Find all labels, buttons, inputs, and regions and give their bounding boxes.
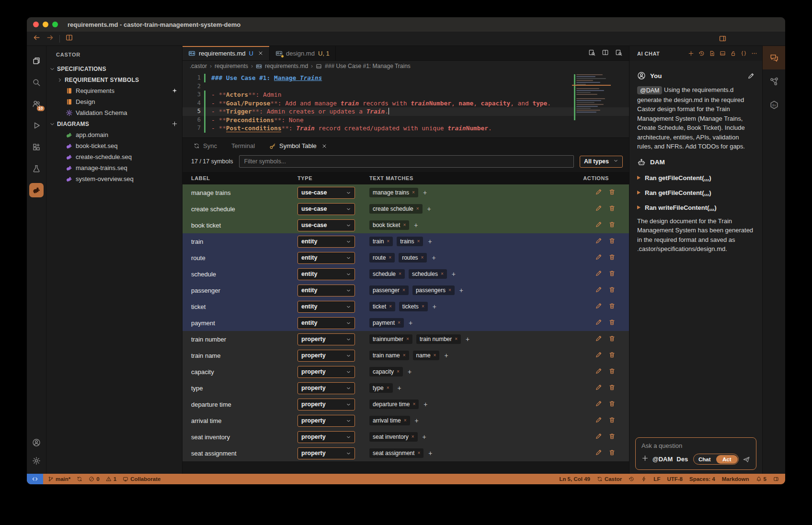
delete-symbol-button[interactable] bbox=[608, 253, 616, 262]
toggle-secondary-panel-button[interactable] bbox=[719, 34, 727, 43]
text-match-chip[interactable]: create schedule× bbox=[369, 204, 423, 214]
trash-icon[interactable] bbox=[608, 416, 616, 423]
breadcrumb-item[interactable]: .castor bbox=[190, 63, 207, 69]
add-match-button[interactable]: + bbox=[414, 221, 418, 229]
history-icon[interactable] bbox=[698, 50, 705, 57]
text-match-chip[interactable]: schedule× bbox=[369, 269, 405, 279]
close-icon[interactable] bbox=[321, 143, 327, 149]
tree-item-create-schedule-seq[interactable]: create-schedule.seq bbox=[46, 151, 182, 162]
text-match-chip[interactable]: passengers× bbox=[412, 285, 455, 295]
text-match-chip[interactable]: arrival time× bbox=[369, 416, 410, 425]
activity-item-explorer[interactable] bbox=[27, 50, 46, 71]
remove-match-icon[interactable]: × bbox=[389, 304, 392, 309]
type-select[interactable]: property bbox=[297, 399, 355, 411]
type-select[interactable]: entity bbox=[297, 301, 355, 313]
add-match-button[interactable]: + bbox=[427, 205, 431, 213]
braces-icon[interactable] bbox=[741, 50, 747, 57]
text-match-chip[interactable]: capacity× bbox=[369, 367, 403, 377]
tool-args[interactable]: ... bbox=[709, 204, 714, 211]
type-select[interactable]: use-case bbox=[297, 187, 355, 199]
edit-symbol-button[interactable] bbox=[595, 384, 602, 393]
pencil-icon[interactable] bbox=[595, 351, 602, 358]
add-match-button[interactable]: + bbox=[433, 303, 436, 310]
remove-match-icon[interactable]: × bbox=[412, 190, 415, 195]
layout2-icon[interactable] bbox=[773, 476, 779, 482]
text-match-chip[interactable]: passenger× bbox=[369, 285, 409, 295]
sync-icon[interactable] bbox=[77, 476, 82, 482]
pencil-icon[interactable] bbox=[747, 72, 755, 80]
remove-match-icon[interactable]: × bbox=[416, 206, 419, 211]
add-match-button[interactable]: + bbox=[466, 335, 469, 343]
right-bar-ai-chat[interactable] bbox=[763, 46, 785, 69]
edit-symbol-button[interactable] bbox=[595, 270, 602, 279]
tree-item-design[interactable]: Design bbox=[46, 96, 182, 107]
text-match-chip[interactable]: seat inventory× bbox=[369, 432, 418, 442]
trash-icon[interactable] bbox=[608, 384, 616, 391]
pencil-icon[interactable] bbox=[595, 270, 602, 277]
status-castor-sync[interactable]: Castor bbox=[597, 476, 622, 482]
status-collaborate[interactable]: Collaborate bbox=[123, 476, 160, 482]
remove-match-icon[interactable]: × bbox=[389, 255, 391, 260]
tree-item-manage-trains-seq[interactable]: manage-trains.seq bbox=[46, 162, 182, 173]
preview-icon[interactable] bbox=[588, 49, 595, 56]
remove-match-icon[interactable]: × bbox=[455, 337, 457, 342]
edit-symbol-button[interactable] bbox=[595, 335, 602, 344]
add-match-button[interactable]: + bbox=[408, 368, 412, 376]
type-select[interactable]: entity bbox=[297, 236, 355, 248]
remove-match-icon[interactable]: × bbox=[417, 239, 420, 244]
pencil-icon[interactable] bbox=[595, 253, 602, 261]
tree-item-book-ticket-seq[interactable]: book-ticket.seq bbox=[46, 140, 182, 151]
delete-symbol-button[interactable] bbox=[608, 351, 616, 360]
hex-icon[interactable]: 0x bbox=[769, 100, 779, 110]
send-icon[interactable] bbox=[743, 456, 750, 463]
trash-icon[interactable] bbox=[608, 449, 616, 456]
text-match-chip[interactable]: book ticket× bbox=[369, 220, 409, 230]
error-icon[interactable] bbox=[89, 476, 94, 482]
open-preview-button[interactable] bbox=[588, 49, 595, 58]
tree-item-requirements[interactable]: Requirements bbox=[46, 85, 182, 96]
trash-icon[interactable] bbox=[608, 335, 616, 342]
plus-icon[interactable] bbox=[641, 455, 649, 462]
pencil-icon[interactable] bbox=[595, 302, 602, 309]
pencil-icon[interactable] bbox=[595, 384, 602, 391]
add-match-button[interactable]: + bbox=[415, 417, 419, 424]
text-match-chip[interactable]: route× bbox=[369, 253, 395, 262]
delete-symbol-button[interactable] bbox=[608, 221, 616, 230]
right-bar-diagram-view[interactable] bbox=[763, 69, 785, 93]
ellipsis-icon[interactable] bbox=[751, 50, 757, 57]
add-match-button[interactable]: + bbox=[452, 270, 456, 278]
plus-icon[interactable] bbox=[688, 50, 694, 57]
pencil-icon[interactable] bbox=[595, 237, 602, 244]
context-token[interactable]: Des bbox=[676, 456, 689, 463]
pencil-icon[interactable] bbox=[595, 416, 602, 423]
status-cursor-position[interactable]: Ln 5, Col 49 bbox=[559, 476, 590, 482]
pencil-icon[interactable] bbox=[595, 433, 602, 440]
act-mode-button[interactable]: Act bbox=[716, 455, 738, 464]
edit-symbol-button[interactable] bbox=[595, 351, 602, 360]
status-layout[interactable] bbox=[773, 476, 779, 482]
edit-message-button[interactable] bbox=[747, 72, 755, 80]
delete-symbol-button[interactable] bbox=[608, 416, 616, 425]
sync-icon[interactable] bbox=[597, 476, 603, 482]
type-select[interactable]: property bbox=[297, 366, 355, 378]
chat-input[interactable]: Ask a question @DAM Des Chat Act bbox=[635, 437, 756, 470]
remove-match-icon[interactable]: × bbox=[406, 337, 409, 342]
type-select[interactable]: property bbox=[297, 333, 355, 345]
add-match-button[interactable]: + bbox=[428, 449, 432, 457]
plus-button[interactable] bbox=[688, 50, 694, 57]
trash-icon[interactable] bbox=[608, 188, 616, 195]
edit-symbol-button[interactable] bbox=[595, 221, 602, 230]
lock-icon[interactable] bbox=[730, 50, 736, 57]
type-select[interactable]: property bbox=[297, 431, 355, 443]
remove-match-icon[interactable]: × bbox=[412, 434, 414, 439]
code-line[interactable]: 7- **Post-conditions**: Train record cre… bbox=[183, 124, 629, 133]
minimap[interactable] bbox=[576, 74, 624, 134]
status-sync[interactable] bbox=[77, 476, 82, 482]
lock-button[interactable] bbox=[730, 50, 736, 57]
delete-symbol-button[interactable] bbox=[608, 286, 616, 295]
type-select[interactable]: use-case bbox=[297, 203, 355, 215]
delete-symbol-button[interactable] bbox=[608, 205, 616, 214]
back-button[interactable] bbox=[33, 34, 41, 44]
split-editor-button[interactable] bbox=[602, 49, 609, 58]
open-preview-side-button[interactable] bbox=[615, 49, 622, 58]
